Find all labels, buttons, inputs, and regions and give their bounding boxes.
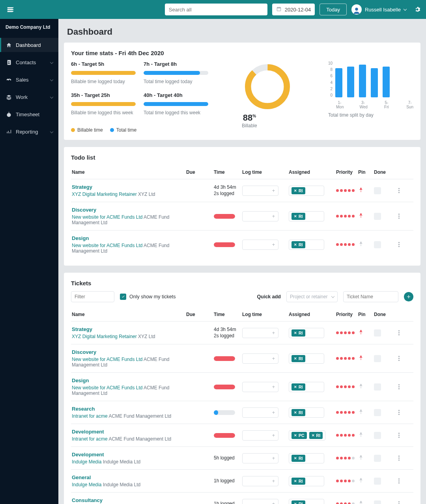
- assigned-picker[interactable]: ✕RI: [289, 240, 324, 250]
- row-menu[interactable]: [394, 330, 404, 335]
- add-ticket-button[interactable]: [404, 292, 413, 301]
- log-time-input[interactable]: +: [242, 382, 278, 392]
- pin-icon[interactable]: [358, 329, 374, 336]
- row-project-link[interactable]: XYZ Digital Marketing Retainer: [72, 192, 137, 197]
- done-checkbox[interactable]: [374, 213, 381, 220]
- priority-indicator[interactable]: [336, 215, 358, 218]
- row-title[interactable]: Development: [72, 429, 186, 435]
- assignee-chip[interactable]: ✕RI: [291, 455, 305, 462]
- remove-icon[interactable]: ✕: [294, 243, 297, 247]
- pin-icon[interactable]: [358, 187, 374, 194]
- remove-icon[interactable]: ✕: [294, 214, 297, 218]
- row-menu[interactable]: [394, 478, 404, 484]
- row-menu[interactable]: [394, 433, 404, 438]
- tickets-filter[interactable]: [71, 291, 114, 302]
- assignee-chip[interactable]: ✕RI: [291, 329, 305, 337]
- sidebar-item-reporting[interactable]: Reporting: [0, 125, 58, 139]
- remove-icon[interactable]: ✕: [294, 385, 297, 389]
- log-time-input[interactable]: +: [242, 353, 278, 364]
- today-button[interactable]: Today: [320, 4, 347, 15]
- assignee-chip[interactable]: ✕RI: [291, 241, 305, 248]
- log-time-input[interactable]: +: [242, 453, 278, 463]
- done-checkbox[interactable]: [374, 187, 381, 194]
- priority-indicator[interactable]: [336, 480, 358, 482]
- priority-indicator[interactable]: [336, 434, 358, 437]
- assignee-chip[interactable]: ✕RI: [291, 500, 305, 504]
- sidebar-item-work[interactable]: Work: [0, 90, 58, 104]
- pin-icon[interactable]: [358, 355, 374, 362]
- row-title[interactable]: Strategy: [72, 326, 186, 332]
- log-time-input[interactable]: +: [242, 328, 278, 338]
- done-checkbox[interactable]: [374, 383, 381, 391]
- row-menu[interactable]: [394, 384, 404, 389]
- priority-indicator[interactable]: [336, 457, 358, 459]
- pin-icon[interactable]: [358, 383, 374, 390]
- priority-indicator[interactable]: [336, 502, 358, 504]
- pin-icon[interactable]: [358, 432, 374, 439]
- assigned-picker[interactable]: ✕PC✕RI: [289, 430, 325, 441]
- pin-icon[interactable]: [358, 478, 374, 484]
- row-project-link[interactable]: Intranet for acme: [72, 436, 108, 442]
- assignee-chip[interactable]: ✕RI: [291, 409, 305, 416]
- assigned-picker[interactable]: ✕RI: [289, 186, 324, 196]
- brand-logo[interactable]: [6, 4, 16, 15]
- ticket-name-input[interactable]: [343, 291, 398, 302]
- done-checkbox[interactable]: [374, 432, 381, 439]
- row-project-link[interactable]: Intranet for acme: [72, 413, 108, 419]
- assignee-chip[interactable]: ✕RI: [291, 355, 305, 362]
- done-checkbox[interactable]: [374, 409, 381, 416]
- row-title[interactable]: Strategy: [72, 184, 186, 190]
- assigned-picker[interactable]: ✕RI: [289, 328, 324, 338]
- row-project-link[interactable]: New website for ACME Funds Ltd: [72, 214, 142, 220]
- search-input[interactable]: [165, 4, 267, 15]
- remove-icon[interactable]: ✕: [294, 357, 297, 361]
- row-title[interactable]: Design: [72, 235, 186, 241]
- row-project-link[interactable]: New website for ACME Funds Ltd: [72, 357, 142, 362]
- sidebar-item-sales[interactable]: Sales: [0, 73, 58, 87]
- row-title[interactable]: Consultancy: [72, 497, 186, 503]
- assigned-picker[interactable]: ✕RI: [289, 353, 324, 364]
- done-checkbox[interactable]: [374, 355, 381, 362]
- row-title[interactable]: Discovery: [72, 349, 186, 355]
- done-checkbox[interactable]: [374, 241, 381, 248]
- row-menu[interactable]: [394, 188, 404, 193]
- remove-icon[interactable]: ✕: [294, 502, 297, 504]
- row-menu[interactable]: [394, 214, 404, 219]
- row-title[interactable]: Design: [72, 378, 186, 383]
- row-menu[interactable]: [394, 410, 404, 415]
- row-title[interactable]: Discovery: [72, 207, 186, 213]
- remove-icon[interactable]: ✕: [294, 479, 297, 483]
- row-project-link[interactable]: New website for ACME Funds Ltd: [72, 385, 142, 391]
- remove-icon[interactable]: ✕: [294, 331, 297, 335]
- assignee-chip[interactable]: ✕RI: [291, 383, 305, 391]
- row-menu[interactable]: [394, 501, 404, 504]
- priority-indicator[interactable]: [336, 411, 358, 414]
- row-project-link[interactable]: Indulge Media: [72, 482, 101, 487]
- remove-icon[interactable]: ✕: [294, 433, 297, 437]
- gear-icon[interactable]: [414, 6, 420, 13]
- pin-icon[interactable]: [358, 500, 374, 504]
- row-menu[interactable]: [394, 456, 404, 461]
- priority-indicator[interactable]: [336, 385, 358, 388]
- log-time-input[interactable]: +: [242, 476, 278, 486]
- log-time-input[interactable]: +: [242, 499, 278, 504]
- sidebar-item-dashboard[interactable]: Dashboard: [0, 38, 58, 52]
- pin-icon[interactable]: [358, 455, 374, 461]
- assignee-chip[interactable]: ✕RI: [309, 432, 323, 439]
- row-title[interactable]: Research: [72, 406, 186, 412]
- assignee-chip[interactable]: ✕PC: [291, 432, 307, 439]
- row-project-link[interactable]: Indulge Media: [72, 459, 101, 465]
- log-time-input[interactable]: +: [242, 211, 278, 221]
- assigned-picker[interactable]: ✕RI: [289, 407, 324, 418]
- log-time-input[interactable]: +: [242, 186, 278, 196]
- priority-indicator[interactable]: [336, 331, 358, 334]
- row-menu[interactable]: [394, 242, 404, 247]
- assigned-picker[interactable]: ✕RI: [289, 211, 324, 221]
- remove-icon[interactable]: ✕: [294, 456, 297, 460]
- sidebar-item-timesheet[interactable]: Timesheet: [0, 107, 58, 121]
- log-time-input[interactable]: +: [242, 430, 278, 441]
- pin-icon[interactable]: [358, 213, 374, 219]
- remove-icon[interactable]: ✕: [312, 433, 315, 437]
- done-checkbox[interactable]: [374, 500, 381, 504]
- assigned-picker[interactable]: ✕RI: [289, 476, 324, 486]
